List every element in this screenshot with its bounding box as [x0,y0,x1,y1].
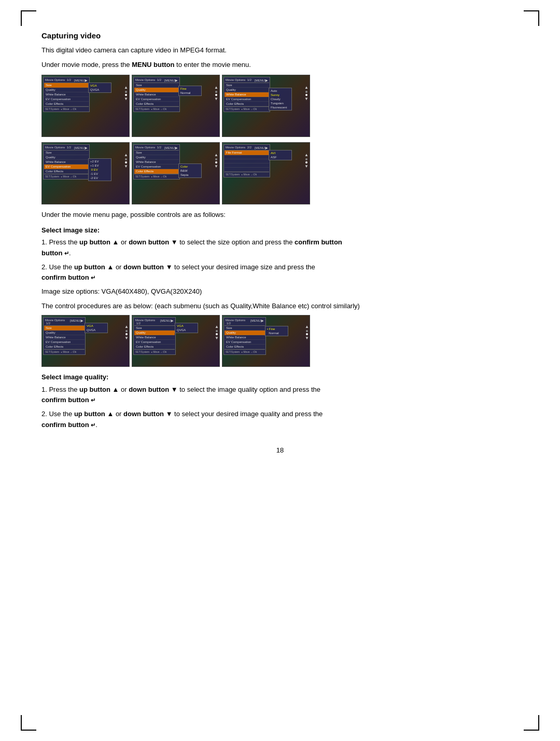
corner-mark-tl [21,10,22,26]
q-step1-confirm-label: confirm button ↵ [41,396,95,404]
step1-line: 1. Press the up button ▲ or down button … [41,237,519,259]
screen-row-2: Movie Options 1/2[MENU]▶ Size Quality Wh… [41,142,519,204]
q-step2-confirm-label: confirm button ↵ [41,421,95,429]
step2-line: 2. Use the up button ▲ or down button ▼ … [41,262,519,284]
screen-1: Movie Options 1/2[MENU]▶ Size Quality Wh… [41,75,130,137]
screen-3: Movie Options 1/2[MENU]▶ Size Quality Wh… [222,75,310,137]
corner-mark-tr [524,10,539,11]
select-quality-title: Select image quality: [41,372,519,382]
corner-mark-br [524,730,539,731]
screen-6: Movie Options 2/2[MENU]▶ File Format SET… [222,142,310,204]
screen-9: Movie Options 1/2[MENU]▶ Size Quality Wh… [222,315,310,367]
step1-button-label: button ↵ [41,249,69,257]
menu-intro-line: Under movie mode, press the MENU button … [41,60,519,70]
control-note: The control procedures are as below: (ea… [41,301,519,311]
enter-icon-4: ↵ [91,421,95,430]
screen-2: Movie Options 1/2[MENU]▶ Size Quality Wh… [132,75,220,137]
enter-icon-2: ↵ [91,273,95,283]
select-size-title: Select image size: [41,225,519,236]
screen-4: Movie Options 1/2[MENU]▶ Size Quality Wh… [41,142,130,204]
screen-5: Movie Options 1/2[MENU]▶ Size Quality Wh… [132,142,220,204]
page-title: Capturing video [41,31,519,40]
menu-button-label: MENU button [132,61,174,68]
menu-intro-end: to enter the movie menu. [174,61,250,68]
screen-row-3: Movie Options 1/2[MENU]▶ Size Quality Wh… [41,315,519,367]
screen-7: Movie Options 1/2[MENU]▶ Size Quality Wh… [41,315,130,367]
enter-icon-1: ↵ [64,249,69,258]
step2-confirm-label: confirm button ↵ [41,273,95,281]
enter-icon-3: ↵ [91,396,95,405]
intro-text: This digital video camera can capture vi… [41,45,519,56]
q-step1-line: 1. Press the up button ▲ or down button … [41,385,519,406]
menu-intro-start: Under movie mode, press the [41,61,132,68]
page-number: 18 [41,446,519,454]
corner-mark-bl [21,715,22,731]
image-size-options: Image size options: VGA(640X480), QVGA(3… [41,286,519,297]
screen-row-1: Movie Options 1/2[MENU]▶ Size Quality Wh… [41,75,519,137]
q-step2-line: 2. Use the up button ▲ or down button ▼ … [41,409,519,431]
under-menu-text: Under the movie menu page, possible cont… [41,210,519,220]
screen-8: Movie Options 1/2[MENU]▶ Size Quality Wh… [132,315,220,367]
